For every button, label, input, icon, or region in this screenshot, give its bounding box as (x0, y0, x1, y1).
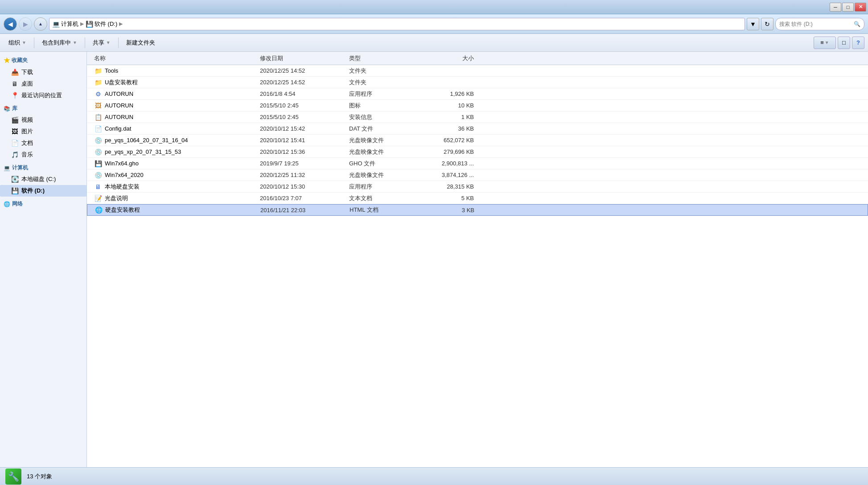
table-row[interactable]: 🖼 AUTORUN 2015/5/10 2:45 图标 10 KB (87, 100, 868, 111)
computer-icon: 💻 (52, 21, 60, 28)
table-row[interactable]: 📁 Tools 2020/12/25 14:52 文件夹 (87, 65, 868, 77)
col-date-header[interactable]: 修改日期 (260, 54, 349, 62)
network-icon: 🌐 (4, 201, 10, 207)
desktop-icon: 🖥 (11, 80, 19, 88)
sidebar-item-video[interactable]: 🎬 视频 (0, 114, 86, 126)
file-type-cell: 光盘映像文件 (349, 136, 416, 144)
sidebar-item-images[interactable]: 🖼 图片 (0, 126, 86, 137)
file-date-cell: 2015/5/10 2:45 (260, 114, 349, 120)
file-size-cell: 652,072 KB (416, 137, 474, 144)
share-button[interactable]: 共享 ▼ (88, 36, 115, 49)
file-type-cell: 应用程序 (349, 90, 416, 98)
file-name-text: Tools (105, 67, 118, 74)
sidebar-section-library: 📚 库 🎬 视频 🖼 图片 📄 文档 🎵 音乐 (0, 103, 86, 160)
table-row[interactable]: 💾 Win7x64.gho 2019/9/7 19:25 GHO 文件 2,90… (87, 158, 868, 169)
library-label: 包含到库中 (42, 39, 71, 47)
file-size-cell: 279,696 KB (416, 148, 474, 155)
path-drive[interactable]: 💾 软件 (D:) (86, 20, 117, 28)
close-button[interactable]: ✕ (855, 3, 866, 12)
images-label: 图片 (21, 127, 33, 136)
file-icon: 📁 (94, 67, 102, 75)
file-type-cell: DAT 文件 (349, 125, 416, 133)
maximize-button[interactable]: □ (842, 3, 854, 12)
sidebar-item-docs[interactable]: 📄 文档 (0, 137, 86, 149)
help-button[interactable]: ? (852, 37, 864, 49)
file-name-cell: 💾 Win7x64.gho (91, 160, 260, 168)
file-date-cell: 2020/10/12 15:42 (260, 125, 349, 132)
sidebar-item-local-c[interactable]: 💽 本地磁盘 (C:) (0, 173, 86, 185)
sidebar-item-downloads[interactable]: 📥 下载 (0, 66, 86, 78)
file-size-cell: 3,874,126 ... (416, 172, 474, 178)
file-name-text: AUTORUN (105, 90, 133, 97)
preview-button[interactable]: □ (838, 37, 850, 49)
column-headers[interactable]: 名称 修改日期 类型 大小 (87, 52, 868, 65)
dropdown-button[interactable]: ▼ (747, 18, 759, 30)
table-row[interactable]: 🖥 本地硬盘安装 2020/10/12 15:30 应用程序 28,315 KB (87, 181, 868, 193)
file-size-cell: 2,900,813 ... (416, 160, 474, 167)
table-row[interactable]: 🌐 硬盘安装教程 2016/11/21 22:03 HTML 文档 3 KB (87, 204, 868, 216)
address-path[interactable]: 💻 计算机 ▶ 💾 软件 (D:) ▶ (49, 18, 745, 30)
table-row[interactable]: 💿 Win7x64_2020 2020/12/25 11:32 光盘映像文件 3… (87, 169, 868, 181)
video-icon: 🎬 (11, 116, 19, 124)
table-row[interactable]: 💿 pe_yqs_1064_20_07_31_16_04 2020/10/12 … (87, 135, 868, 146)
table-row[interactable]: ⚙ AUTORUN 2016/1/8 4:54 应用程序 1,926 KB (87, 88, 868, 100)
file-icon: 💿 (94, 171, 102, 179)
recent-label: 最近访问的位置 (21, 91, 62, 99)
images-icon: 🖼 (11, 127, 19, 136)
table-row[interactable]: 📄 Config.dat 2020/10/12 15:42 DAT 文件 36 … (87, 123, 868, 135)
path-sep-1: ▶ (80, 21, 84, 27)
organize-label: 组织 (8, 39, 20, 47)
sidebar-item-soft-d[interactable]: 💾 软件 (D:) (0, 185, 86, 197)
up-button[interactable]: ▲ (34, 17, 47, 31)
sidebar-item-recent[interactable]: 📍 最近访问的位置 (0, 90, 86, 101)
col-type-header[interactable]: 类型 (349, 54, 416, 62)
file-name-text: AUTORUN (105, 102, 133, 109)
music-icon: 🎵 (11, 151, 19, 159)
view-button[interactable]: ≡ ▼ (814, 37, 836, 49)
desktop-label: 桌面 (21, 80, 33, 88)
sidebar-header-network[interactable]: 🌐 网络 (0, 198, 86, 210)
file-name-cell: 🖼 AUTORUN (91, 102, 260, 110)
status-count: 13 个对象 (27, 473, 52, 481)
toolbar-sep-1 (34, 37, 34, 48)
search-box[interactable]: 🔍 (775, 18, 864, 30)
file-list: 📁 Tools 2020/12/25 14:52 文件夹 📁 U盘安装教程 20… (87, 65, 868, 467)
music-label: 音乐 (21, 151, 33, 159)
file-type-cell: 图标 (349, 102, 416, 110)
file-name-cell: 💿 pe_yqs_1064_20_07_31_16_04 (91, 136, 260, 144)
table-row[interactable]: 📁 U盘安装教程 2020/12/25 14:52 文件夹 (87, 77, 868, 88)
file-date-cell: 2020/10/12 15:36 (260, 148, 349, 155)
refresh-button[interactable]: ↻ (761, 18, 773, 30)
file-size-cell: 3 KB (416, 207, 474, 214)
recent-icon: 📍 (11, 91, 19, 99)
file-size-cell: 1,926 KB (416, 90, 474, 97)
col-name-header[interactable]: 名称 (91, 54, 260, 62)
sidebar-section-computer: 💻 计算机 💽 本地磁盘 (C:) 💾 软件 (D:) (0, 162, 86, 197)
status-app-symbol: 🔧 (8, 471, 19, 482)
col-size-header[interactable]: 大小 (416, 54, 474, 62)
file-name-cell: 📁 U盘安装教程 (91, 78, 260, 86)
table-row[interactable]: 📋 AUTORUN 2015/5/10 2:45 安装信息 1 KB (87, 111, 868, 123)
table-row[interactable]: 💿 pe_yqs_xp_20_07_31_15_53 2020/10/12 15… (87, 146, 868, 158)
sidebar-header-library[interactable]: 📚 库 (0, 103, 86, 114)
search-input[interactable] (779, 21, 852, 27)
minimize-button[interactable]: ─ (830, 3, 841, 12)
new-folder-button[interactable]: 新建文件夹 (121, 36, 160, 49)
forward-button[interactable]: ▶ (19, 17, 32, 31)
file-name-text: 硬盘安装教程 (105, 206, 140, 214)
sidebar-header-computer[interactable]: 💻 计算机 (0, 162, 86, 173)
path-computer[interactable]: 💻 计算机 (52, 20, 78, 28)
docs-icon: 📄 (11, 139, 19, 147)
file-date-cell: 2016/1/8 4:54 (260, 90, 349, 97)
library-button[interactable]: 包含到库中 ▼ (37, 36, 82, 49)
sidebar-item-music[interactable]: 🎵 音乐 (0, 149, 86, 160)
computer-label: 计算机 (12, 164, 28, 172)
file-icon: ⚙ (94, 90, 102, 98)
sidebar-item-desktop[interactable]: 🖥 桌面 (0, 78, 86, 90)
back-button[interactable]: ◀ (4, 17, 17, 31)
organize-button[interactable]: 组织 ▼ (4, 36, 31, 49)
sidebar-header-favorites[interactable]: ★ 收藏夹 (0, 54, 86, 66)
soft-d-icon: 💾 (11, 187, 19, 195)
table-row[interactable]: 📝 光盘说明 2016/10/23 7:07 文本文档 5 KB (87, 193, 868, 204)
organize-dropdown-icon: ▼ (22, 40, 26, 45)
